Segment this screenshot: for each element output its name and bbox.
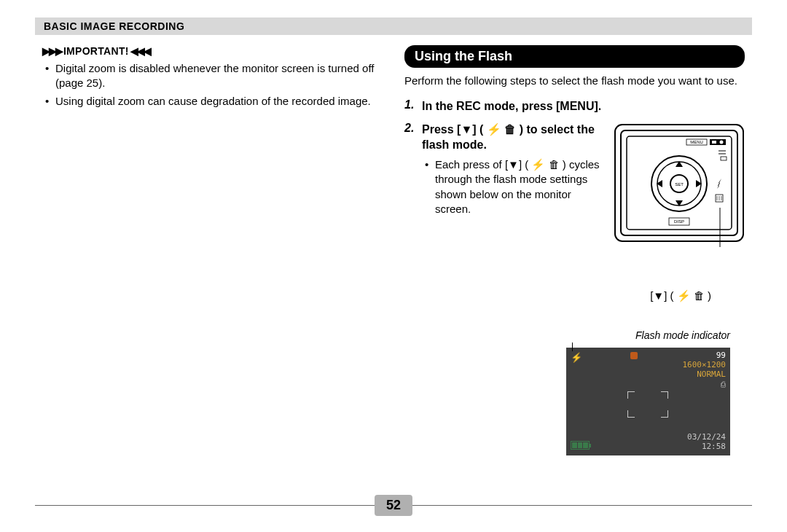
- flash-mode-caption: Flash mode indicator: [635, 329, 730, 341]
- flash-icon: ⚡: [487, 123, 501, 136]
- screen-quality: NORMAL: [682, 369, 726, 379]
- svg-text:SET: SET: [675, 182, 684, 187]
- content-columns: ▶▶▶ IMPORTANT! ◀◀◀ Digital zoom is disab…: [42, 45, 745, 488]
- screen-shots: 99: [682, 351, 726, 360]
- focus-frame: [627, 391, 668, 418]
- battery-icon: [571, 441, 590, 450]
- right-column: Using the Flash Perform the following st…: [404, 45, 745, 488]
- step2-mid: ] (: [472, 123, 487, 136]
- page-number: 52: [375, 495, 412, 516]
- intro-text: Perform the following steps to select th…: [404, 74, 745, 88]
- section-title: BASIC IMAGE RECORDING: [44, 20, 184, 32]
- left-column: ▶▶▶ IMPORTANT! ◀◀◀ Digital zoom is disab…: [42, 45, 383, 488]
- arrow-left-icon: ◀◀◀: [129, 45, 150, 57]
- step2-sub-bullets: Each press of [▼] ( ⚡ 🗑 ) cycles through…: [422, 157, 606, 216]
- important-bullets: Digital zoom is disabled whenever the mo…: [42, 61, 383, 109]
- screen-time: 12:58: [687, 442, 726, 451]
- screen-resolution: 1600×1200: [682, 360, 726, 369]
- monitor-screen: ⚡ 99 1600×1200 NORMAL ⎙ 03/12/24 12:58: [566, 348, 730, 455]
- down-triangle-icon: ▼: [461, 123, 472, 136]
- menu-label: MENU: [690, 140, 703, 144]
- important-heading: ▶▶▶ IMPORTANT! ◀◀◀: [42, 45, 383, 57]
- step2-prefix: Press [: [422, 123, 461, 136]
- bullet-item: Using digital zoom can cause degradation…: [55, 94, 383, 109]
- step-2: Press [▼] ( ⚡ 🗑 ) to select the flash mo…: [404, 122, 745, 249]
- bullet-item: Each press of [▼] ( ⚡ 🗑 ) cycles through…: [435, 157, 606, 216]
- step-2-title: Press [▼] ( ⚡ 🗑 ) to select the flash mo…: [422, 122, 606, 153]
- section-heading-text: Using the Flash: [415, 49, 512, 63]
- bullet-item: Digital zoom is disabled whenever the mo…: [55, 61, 383, 91]
- section-heading: Using the Flash: [404, 45, 745, 68]
- arrow-right-icon: ▶▶▶: [42, 45, 63, 57]
- section-header: BASIC IMAGE RECORDING: [35, 17, 752, 35]
- screen-memory-icon: ⎙: [682, 380, 726, 389]
- down-button-callout: [▼] ( ⚡ 🗑 ): [650, 289, 711, 302]
- screen-flash-icon: ⚡: [571, 352, 582, 363]
- svg-rect-7: [721, 157, 727, 160]
- svg-rect-5: [712, 141, 716, 144]
- screen-date: 03/12/24: [687, 432, 726, 442]
- step-1-title: In the REC mode, press [MENU].: [422, 98, 745, 114]
- steps-list: In the REC mode, press [MENU]. Press [▼]…: [404, 98, 745, 249]
- important-label: IMPORTANT!: [63, 45, 129, 57]
- screen-datetime: 03/12/24 12:58: [687, 432, 726, 451]
- trash-icon: 🗑: [504, 123, 516, 136]
- screen-info: 99 1600×1200 NORMAL ⎙: [682, 351, 726, 389]
- screen-rec-indicator: [630, 352, 638, 359]
- step-1: In the REC mode, press [MENU].: [404, 98, 745, 114]
- svg-point-6: [720, 140, 724, 144]
- camera-illustration: MENU SET: [614, 122, 745, 249]
- svg-text:DISP: DISP: [674, 219, 684, 224]
